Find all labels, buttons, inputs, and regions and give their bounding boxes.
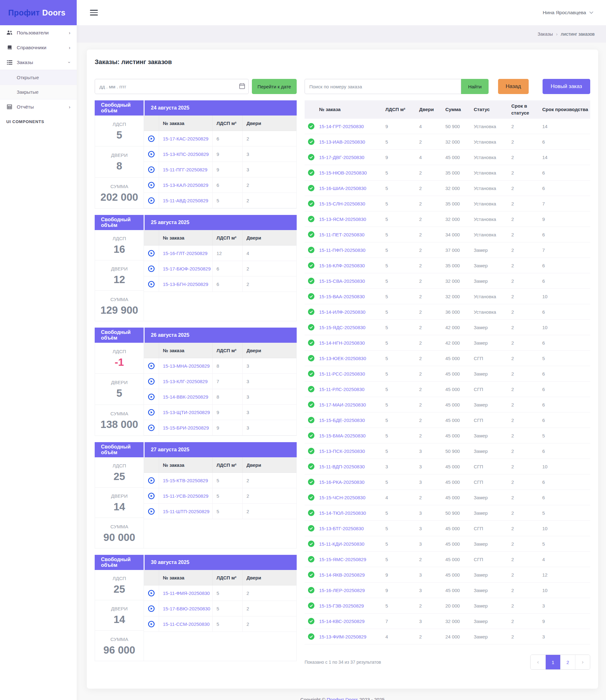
sidebar-item-orders[interactable]: Заказы › <box>0 55 77 70</box>
order-link[interactable]: 15-17-КАС-20250829 <box>163 136 208 141</box>
order-link[interactable]: 15-14-ВВК-20250829 <box>163 394 208 400</box>
cell-sum: 45 000 <box>445 526 474 531</box>
order-link[interactable]: 15-17-БВЮ-20250830 <box>163 606 210 611</box>
order-link[interactable]: 15-14-ЯКВ-20250829 <box>319 572 365 578</box>
order-link[interactable]: 15-11-ПФП-20250830 <box>319 248 366 253</box>
pagination-page-button[interactable]: 2 <box>560 655 575 669</box>
order-link[interactable]: 15-15-ЧСН-20250830 <box>319 495 366 500</box>
play-icon[interactable] <box>148 605 155 612</box>
sidebar-item-reports[interactable]: Отчёты › <box>0 99 77 114</box>
play-icon[interactable] <box>148 424 155 431</box>
play-icon[interactable] <box>148 493 155 499</box>
order-link[interactable]: 15-14-КВС-20250829 <box>319 619 365 624</box>
cell-status: СГП <box>474 557 511 562</box>
play-icon[interactable] <box>148 265 155 272</box>
order-link[interactable]: 15-16-КЛФ-20250830 <box>319 263 365 268</box>
date-input[interactable] <box>95 79 249 94</box>
play-icon[interactable] <box>148 250 155 257</box>
order-link[interactable]: 15-15-ЯМС-20250829 <box>319 557 366 562</box>
play-icon[interactable] <box>148 378 155 385</box>
order-link[interactable]: 15-13-КАЛ-20250829 <box>163 182 208 188</box>
order-link[interactable]: 15-17-МАИ-20250830 <box>319 402 366 407</box>
user-menu[interactable]: Нина Ярославцева <box>543 10 593 16</box>
order-link[interactable]: 15-15-ЯДС-20250830 <box>319 325 366 330</box>
order-link[interactable]: 15-13-ФИМ-20250829 <box>319 634 367 639</box>
play-icon[interactable] <box>148 590 155 597</box>
cell-term-production: 14 <box>542 124 590 129</box>
order-link[interactable]: 15-11-УСВ-20250829 <box>163 493 208 499</box>
footer-brand-link[interactable]: Профит Doors <box>327 697 358 700</box>
order-link[interactable]: 15-14-ИЛФ-20250830 <box>319 309 366 314</box>
play-icon[interactable] <box>148 394 155 400</box>
play-icon[interactable] <box>148 281 155 287</box>
order-link[interactable]: 15-14-ГРТ-20250830 <box>319 124 364 129</box>
sidebar-subitem-closed-orders[interactable]: Закрытые <box>0 85 77 99</box>
order-link[interactable]: 15-13-КПС-20250829 <box>163 151 209 157</box>
play-icon[interactable] <box>148 409 155 416</box>
back-button[interactable]: Назад <box>498 79 529 94</box>
order-link[interactable]: 15-13-БГН-20250829 <box>163 281 208 287</box>
order-link[interactable]: 15-14-НГН-20250830 <box>319 340 365 346</box>
pagination-page-button[interactable]: 1 <box>545 655 560 669</box>
hamburger-menu-icon[interactable] <box>90 8 98 17</box>
order-link[interactable]: 15-13-ЯСМ-20250830 <box>319 216 366 222</box>
sidebar-item-directories[interactable]: Справочники › <box>0 40 77 55</box>
order-link[interactable]: 15-15-ВАА-20250830 <box>319 294 365 299</box>
order-link[interactable]: 15-15-БРИ-20250829 <box>163 425 209 430</box>
order-link[interactable]: 15-15-БМА-20250830 <box>319 433 366 438</box>
app-logo[interactable]: Профит Doors <box>0 0 77 25</box>
col-doors: Двери <box>419 106 445 113</box>
order-link[interactable]: 15-13-БТГ-20250830 <box>319 526 364 531</box>
cell-doors: 2 <box>419 387 445 392</box>
order-link[interactable]: 15-11-КДИ-20250830 <box>319 541 365 546</box>
play-icon[interactable] <box>148 182 155 188</box>
order-link[interactable]: 15-17-БЮФ-20250829 <box>163 266 211 272</box>
order-link[interactable]: 15-13-МНА-20250829 <box>163 363 210 369</box>
play-icon[interactable] <box>148 621 155 627</box>
cell-term-in-status: 2 <box>511 248 542 253</box>
order-link[interactable]: 15-14-ТЮЛ-20250830 <box>319 510 366 516</box>
order-link[interactable]: 15-11-РЛС-20250830 <box>319 387 365 392</box>
order-link[interactable]: 15-15-СЛН-20250830 <box>319 201 365 206</box>
sidebar-item-users[interactable]: Пользователи › <box>0 25 77 40</box>
order-link[interactable]: 15-13-ЩТИ-20250829 <box>163 410 210 415</box>
order-link[interactable]: 15-13-ЮЕК-20250830 <box>319 356 366 361</box>
order-link[interactable]: 15-11-АВД-20250829 <box>163 198 208 203</box>
order-link[interactable]: 15-15-ГЗВ-20250829 <box>319 603 364 608</box>
order-link[interactable]: 15-17-ДВГ-20250830 <box>319 155 364 160</box>
order-link[interactable]: 15-15-СВА-20250830 <box>319 278 365 284</box>
play-icon[interactable] <box>148 363 155 369</box>
order-link[interactable]: 15-11-ССМ-20250830 <box>163 622 210 627</box>
sidebar-subitem-open-orders[interactable]: Открытые <box>0 70 77 85</box>
play-icon[interactable] <box>148 166 155 173</box>
order-link[interactable]: 15-11-ВДП-20250830 <box>319 464 365 469</box>
calendar-icon[interactable] <box>239 83 245 89</box>
go-to-date-button[interactable]: Перейти к дате <box>252 79 297 94</box>
play-icon[interactable] <box>148 151 155 158</box>
order-link[interactable]: 15-11-РСС-20250830 <box>319 371 365 376</box>
play-icon[interactable] <box>148 477 155 484</box>
play-icon[interactable] <box>148 197 155 204</box>
order-link[interactable]: 15-13-КЛГ-20250829 <box>163 379 208 384</box>
search-input[interactable] <box>305 79 461 94</box>
new-order-button[interactable]: Новый заказ <box>542 79 590 94</box>
order-link[interactable]: 15-11-ФМЯ-20250830 <box>163 590 210 596</box>
find-button[interactable]: Найти <box>461 79 489 94</box>
pagination-prev-button[interactable]: ‹ <box>531 655 545 669</box>
play-icon[interactable] <box>148 135 155 142</box>
order-link[interactable]: 15-16-РКА-20250830 <box>319 480 365 485</box>
order-link[interactable]: 15-11-ПЕТ-20250830 <box>319 232 365 237</box>
order-link[interactable]: 15-15-БДЕ-20250830 <box>319 418 365 423</box>
order-link[interactable]: 15-15-КТВ-20250829 <box>163 478 208 483</box>
order-link[interactable]: 15-16-ЛЕР-20250829 <box>319 588 365 593</box>
order-link[interactable]: 15-15-НЮВ-20250830 <box>319 170 367 176</box>
pagination-next-button[interactable]: › <box>575 655 590 669</box>
order-link[interactable]: 15-11-ПГГ-20250829 <box>163 167 207 172</box>
order-link[interactable]: 15-16-ГЛТ-20250829 <box>163 251 207 256</box>
order-link[interactable]: 15-16-ШИА-20250830 <box>319 186 367 191</box>
breadcrumb-parent[interactable]: Заказы <box>537 31 553 37</box>
order-link[interactable]: 15-11-ШТП-20250829 <box>163 509 210 514</box>
play-icon[interactable] <box>148 508 155 515</box>
order-link[interactable]: 15-13-ИАВ-20250830 <box>319 139 365 144</box>
order-link[interactable]: 15-13-ПСК-20250830 <box>319 448 365 454</box>
